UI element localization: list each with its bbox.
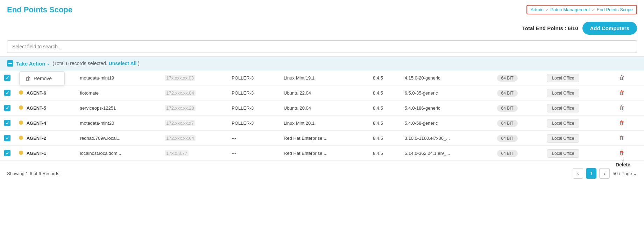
- status-dot: [19, 151, 23, 155]
- agent-cell: AGENT-4: [15, 116, 76, 131]
- arch-cell: 64 BIT: [493, 101, 543, 116]
- row-checkbox-cell[interactable]: [0, 116, 15, 131]
- prev-page-button[interactable]: ‹: [573, 168, 583, 179]
- arch-badge: 64 BIT: [497, 75, 518, 82]
- deselect-icon[interactable]: [7, 60, 13, 67]
- ip-cell: 172.xxx.xx.x7: [161, 116, 227, 131]
- version-cell: 8.4.5: [369, 101, 401, 116]
- breadcrumb: Admin > Patch Management > End Points Sc…: [526, 5, 637, 14]
- action-bar: Take Action ⌄ (Total 6 records selected.…: [0, 56, 644, 70]
- kernel-cell: 4.15.0-20-generic: [401, 70, 493, 85]
- delete-button[interactable]: 🗑: [617, 104, 627, 112]
- breadcrumb-endpoints-scope[interactable]: End Points Scope: [597, 7, 633, 12]
- delete-cell: 🗑: [613, 85, 644, 101]
- ip-address: 17x.xxx.xx.03: [165, 75, 195, 81]
- delete-cell: 🗑: [613, 131, 644, 146]
- agent-name: AGENT-1: [27, 151, 46, 156]
- row-checkbox-cell[interactable]: [0, 70, 15, 85]
- version-cell: 8.4.5: [369, 116, 401, 131]
- chevron-down-icon: ⌄: [633, 171, 637, 176]
- take-action-button[interactable]: Take Action ⌄: [16, 61, 50, 67]
- breadcrumb-patch-management[interactable]: Patch Management: [550, 7, 590, 12]
- status-dot: [19, 121, 23, 125]
- version-cell: 8.4.5: [369, 85, 401, 101]
- page-size-selector[interactable]: 50 / Page ⌄: [613, 171, 637, 176]
- location-badge: Local Office: [547, 134, 579, 143]
- kernel-cell: 5.14.0-362.24.1.el9_...: [401, 146, 493, 161]
- ip-address: 172.xxx.xx.28: [165, 105, 196, 111]
- status-dot: [19, 90, 23, 95]
- agent-cell: AGENT-6: [15, 85, 76, 101]
- location-badge: Local Office: [547, 104, 579, 112]
- hostname-cell: localhost.localdom...: [76, 146, 161, 161]
- chevron-down-icon: ⌄: [47, 61, 50, 66]
- table-row: AGENT-2 redhat0709w.local... 172.xxx.xx.…: [0, 131, 644, 146]
- arch-cell: 64 BIT: [493, 146, 543, 161]
- poller-cell: POLLER-3: [227, 85, 279, 101]
- remove-action-item[interactable]: 🗑 Remove: [20, 72, 64, 85]
- remove-label: Remove: [34, 76, 52, 81]
- trash-icon: 🗑: [25, 75, 31, 82]
- ip-address: 17x.x.3.77: [165, 150, 189, 156]
- ip-cell: 172.xxx.xx.64: [161, 131, 227, 146]
- delete-cell: 🗑: [613, 116, 644, 131]
- delete-button[interactable]: 🗑: [617, 74, 627, 82]
- poller-cell: POLLER-3: [227, 116, 279, 131]
- selection-info: (Total 6 records selected. Unselect All …: [52, 61, 139, 66]
- os-cell: Red Hat Enterprise ...: [279, 131, 369, 146]
- row-checkbox[interactable]: [4, 150, 10, 156]
- add-computers-button[interactable]: Add Computers: [582, 22, 637, 35]
- arch-badge: 64 BIT: [497, 90, 518, 97]
- page-1-button[interactable]: 1: [586, 168, 596, 179]
- location-badge: Local Office: [547, 119, 579, 128]
- delete-cell: 🗑: [613, 101, 644, 116]
- hostname-cell: redhat0709w.local...: [76, 131, 161, 146]
- ip-cell: 17x.x.3.77: [161, 146, 227, 161]
- ip-cell: 172.xxx.xx.28: [161, 101, 227, 116]
- pagination: ‹ 1 › 50 / Page ⌄: [573, 168, 637, 179]
- row-checkbox-cell[interactable]: [0, 131, 15, 146]
- arch-cell: 64 BIT: [493, 116, 543, 131]
- version-cell: 8.4.5: [369, 146, 401, 161]
- hostname-cell: motadata-mint20: [76, 116, 161, 131]
- take-action-label: Take Action: [16, 61, 45, 67]
- delete-button[interactable]: 🗑: [617, 89, 627, 97]
- agent-name: AGENT-6: [27, 90, 46, 96]
- search-input[interactable]: [7, 40, 637, 53]
- table-row: AGENT-4 motadata-mint20 172.xxx.xx.x7 PO…: [0, 116, 644, 131]
- os-cell: Linux Mint 20.1: [279, 116, 369, 131]
- location-cell: Local Office: [543, 131, 613, 146]
- unselect-all-button[interactable]: Unselect All: [109, 61, 137, 66]
- status-dot: [19, 105, 23, 110]
- row-checkbox-cell[interactable]: [0, 85, 15, 101]
- showing-records-label: Showing 1-6 of 6 Records: [7, 171, 59, 176]
- row-checkbox[interactable]: [4, 105, 10, 111]
- os-cell: Linux Mint 19.1: [279, 70, 369, 85]
- row-checkbox[interactable]: [4, 75, 10, 81]
- agent-cell: AGENT-5: [15, 101, 76, 116]
- footer: Showing 1-6 of 6 Records ‹ 1 › 50 / Page…: [0, 163, 644, 184]
- os-cell: Ubuntu 20.04: [279, 101, 369, 116]
- arch-badge: 64 BIT: [497, 150, 518, 157]
- table-row: AGENT-1 localhost.localdom... 17x.x.3.77…: [0, 146, 644, 161]
- row-checkbox-cell[interactable]: [0, 146, 15, 161]
- breadcrumb-admin[interactable]: Admin: [531, 7, 544, 12]
- location-badge: Local Office: [547, 149, 579, 158]
- agent-name: AGENT-2: [27, 136, 46, 141]
- agent-cell: AGENT-1: [15, 146, 76, 161]
- row-checkbox[interactable]: [4, 135, 10, 141]
- next-page-button[interactable]: ›: [599, 168, 610, 179]
- delete-button[interactable]: 🗑: [617, 119, 627, 127]
- row-checkbox-cell[interactable]: [0, 101, 15, 116]
- arch-cell: 64 BIT: [493, 131, 543, 146]
- delete-button[interactable]: 🗑: [617, 149, 627, 157]
- location-badge: Local Office: [547, 89, 579, 97]
- ip-cell: 172.xxx.xx.84: [161, 85, 227, 101]
- row-checkbox[interactable]: [4, 120, 10, 126]
- poller-cell: POLLER-3: [227, 70, 279, 85]
- action-dropdown-menu: 🗑 Remove: [19, 71, 65, 85]
- row-checkbox[interactable]: [4, 90, 10, 96]
- delete-button[interactable]: 🗑: [617, 134, 627, 142]
- agent-name: AGENT-5: [27, 105, 46, 111]
- delete-label: Delete: [616, 162, 630, 167]
